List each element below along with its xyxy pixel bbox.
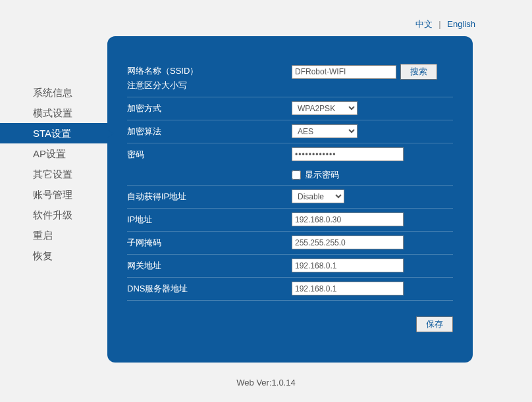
gateway-input[interactable] <box>292 259 404 272</box>
dns-label: DNS服务器地址 <box>127 282 292 296</box>
ssid-label: 网络名称（SSID） 注意区分大小写 <box>127 64 292 93</box>
gateway-label: 网关地址 <box>127 259 292 273</box>
lang-zh-link[interactable]: 中文 <box>415 19 433 29</box>
password-input[interactable] <box>292 147 404 161</box>
sidebar-item-upgrade[interactable]: 软件升级 <box>0 205 107 225</box>
row-dhcp: 自动获得IP地址 Disable <box>127 186 453 209</box>
sidebar-item-restore[interactable]: 恢复 <box>0 245 107 266</box>
sidebar-item-mode[interactable]: 模式设置 <box>0 103 107 123</box>
settings-panel: 网络名称（SSID） 注意区分大小写 搜索 加密方式 WPA2PSK 加密算法 … <box>107 36 473 363</box>
ip-input[interactable] <box>292 213 404 226</box>
enc-method-label: 加密方式 <box>127 101 292 116</box>
main-container: 系统信息 模式设置 STA设置 AP设置 其它设置 账号管理 软件升级 重启 恢… <box>0 36 532 363</box>
row-ip: IP地址 <box>127 209 453 232</box>
sidebar-item-sta[interactable]: STA设置 <box>0 123 107 143</box>
mask-label: 子网掩码 <box>127 236 292 250</box>
show-password-label: 显示密码 <box>305 169 339 181</box>
dhcp-label: 自动获得IP地址 <box>127 189 292 204</box>
row-enc-algo: 加密算法 AES <box>127 120 453 143</box>
enc-algo-select[interactable]: AES <box>292 124 358 138</box>
row-ssid: 网络名称（SSID） 注意区分大小写 搜索 <box>127 60 453 97</box>
sidebar-item-sysinfo[interactable]: 系统信息 <box>0 82 107 103</box>
lang-separator: | <box>439 19 440 29</box>
sidebar-item-reboot[interactable]: 重启 <box>0 225 107 245</box>
ip-label: IP地址 <box>127 213 292 227</box>
row-password: 密码 显示密码 <box>127 143 453 186</box>
language-bar: 中文 | English <box>415 18 475 30</box>
save-row: 保存 <box>127 316 453 332</box>
row-dns: DNS服务器地址 <box>127 278 453 301</box>
ssid-label-text: 网络名称（SSID） <box>127 66 198 76</box>
row-mask: 子网掩码 <box>127 232 453 255</box>
dns-input[interactable] <box>292 282 404 295</box>
enc-method-select[interactable]: WPA2PSK <box>292 101 358 115</box>
lang-en-link[interactable]: English <box>447 19 475 29</box>
ssid-input[interactable] <box>292 65 396 79</box>
show-password-checkbox[interactable] <box>292 170 301 180</box>
password-label: 密码 <box>127 147 292 162</box>
row-gateway: 网关地址 <box>127 255 453 278</box>
sidebar-item-account[interactable]: 账号管理 <box>0 184 107 205</box>
save-button[interactable]: 保存 <box>416 316 453 332</box>
footer-version: Web Ver:1.0.14 <box>0 378 532 388</box>
search-button[interactable]: 搜索 <box>400 64 437 80</box>
mask-input[interactable] <box>292 236 404 249</box>
sidebar-item-other[interactable]: 其它设置 <box>0 164 107 184</box>
ssid-note: 注意区分大小写 <box>127 78 292 93</box>
sidebar-item-ap[interactable]: AP设置 <box>0 143 107 164</box>
show-password-row: 显示密码 <box>292 169 453 181</box>
dhcp-select[interactable]: Disable <box>292 189 344 203</box>
enc-algo-label: 加密算法 <box>127 124 292 139</box>
sidebar: 系统信息 模式设置 STA设置 AP设置 其它设置 账号管理 软件升级 重启 恢… <box>0 36 107 363</box>
row-enc-method: 加密方式 WPA2PSK <box>127 97 453 120</box>
